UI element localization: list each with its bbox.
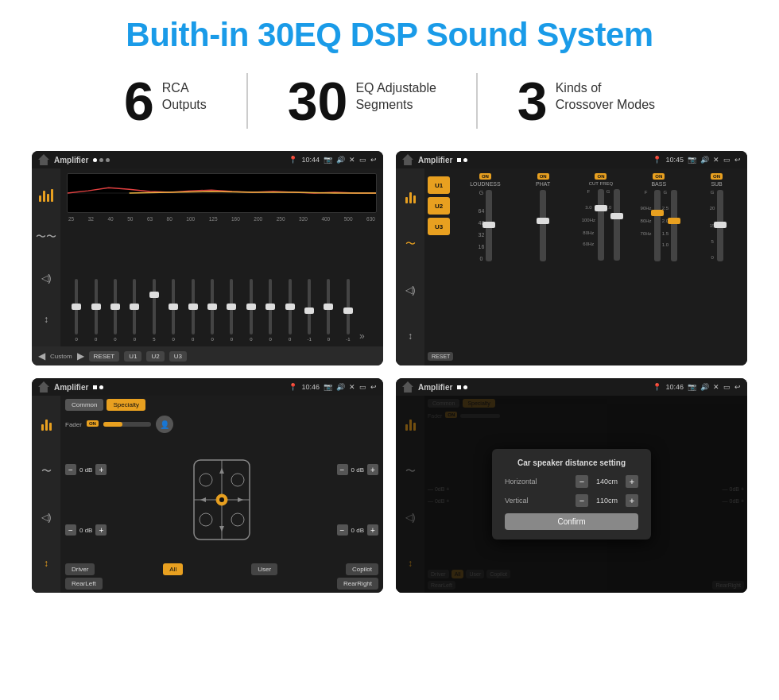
amp-wave-icon[interactable]: 〜 [401,235,419,253]
slider-6: 0 [184,279,200,342]
status-right-3: 📍 10:46 📷 🔊 ✕ ▭ ↩ [289,383,377,391]
stat-crossover: 3 Kinds of Crossover Modes [478,74,695,128]
vol-plus-tr[interactable]: + [367,464,378,475]
eq-bottom-bar: ◀ Custom ▶ RESET U1 U2 U3 [32,346,383,365]
eq-sliders: 0 0 0 0 [67,224,377,342]
stat-number-eq: 30 [288,74,348,128]
svg-point-8 [200,513,212,526]
battery-icon-4: ▭ [723,383,731,391]
eq-icon[interactable] [37,187,55,204]
xover-side-icons: 〜 ◁) ↕ [32,396,60,593]
cutfreq-on[interactable]: ON [595,173,607,180]
dialog-vertical-minus[interactable]: − [576,494,588,507]
bass-on[interactable]: ON [653,173,665,180]
home-icon-4 [402,381,413,393]
u2-preset[interactable]: U2 [428,197,450,215]
xover-speaker-icon[interactable]: ◁) [37,509,55,526]
fader-settings-icon[interactable]: 👤 [156,416,173,433]
dot-round [463,158,467,162]
xover-eq-icon[interactable] [37,416,55,434]
dialog-horizontal-plus[interactable]: + [626,475,638,488]
eq-side-icons: 〜〜 ◁) ↕ [32,168,60,346]
vol-minus-bl[interactable]: − [65,524,76,536]
volume-icon-2: 🔊 [700,156,709,164]
u1-preset[interactable]: U1 [428,176,450,194]
common-tab[interactable]: Common [65,399,103,411]
phat-on[interactable]: ON [537,173,549,180]
vol-plus-bl[interactable]: + [95,524,107,536]
amp-eq-icon[interactable] [401,189,419,207]
amp-reset-btn[interactable]: RESET [428,352,453,361]
dot-sq4 [457,385,461,389]
vol-minus-tr[interactable]: − [337,464,348,475]
sub-on[interactable]: ON [711,173,723,180]
svg-marker-10 [219,468,224,474]
slider-7: 0 [204,279,220,342]
slider-9: 0 [243,279,259,342]
dialog-overlay: Car speaker distance setting Horizontal … [396,396,747,593]
vol-minus-br[interactable]: − [337,524,348,536]
battery-icon-2: ▭ [723,156,731,164]
location-icon-2: 📍 [653,156,661,164]
slider-3: 0 [126,279,142,342]
dialog-horizontal-ctrl: − 140cm + [576,475,638,488]
wave-icon[interactable]: 〜〜 [37,228,55,246]
dialog-vertical-ctrl: − 110cm + [576,494,638,507]
fader-track[interactable] [103,422,151,427]
user-btn[interactable]: User [251,563,277,575]
dot-round4 [463,385,467,389]
eq-reset-btn[interactable]: RESET [89,351,120,362]
arrows-icon[interactable]: ↕ [37,311,55,328]
driver-btn[interactable]: Driver [65,563,95,575]
xover-wave-icon[interactable]: 〜 [37,462,55,480]
u3-preset[interactable]: U3 [428,218,450,235]
dialog-horizontal-minus[interactable]: − [576,475,588,488]
status-title-2: Amplifier [418,156,452,164]
signal-icon-3: ✕ [349,383,355,391]
amp-arrows-icon[interactable]: ↕ [401,327,419,345]
eq-u3-btn[interactable]: U3 [169,351,187,362]
home-icon-2 [402,154,413,165]
eq-back-btn[interactable]: ◀ [38,350,45,362]
copilot-btn[interactable]: Copilot [346,563,378,575]
eq-u1-btn[interactable]: U1 [124,351,141,362]
dialog-horizontal-label: Horizontal [505,478,537,485]
xover-arrows-icon[interactable]: ↕ [37,555,55,572]
specialty-tab[interactable]: Specialty [107,399,145,411]
xover-main-area: Common Specialty Fader ON 👤 [60,396,383,593]
status-bar-4: Amplifier 📍 10:46 📷 🔊 ✕ ▭ ↩ [396,378,747,396]
dialog-vertical-plus[interactable]: + [626,494,638,507]
stats-row: 6 RCA Outputs 30 EQ Adjustable Segments … [32,73,747,129]
eq-play-btn[interactable]: ▶ [77,350,84,362]
status-bar-2: Amplifier 📍 10:45 📷 🔊 ✕ ▭ ↩ [396,151,747,168]
back-icon-3: ↩ [370,383,377,391]
back-icon-1: ↩ [370,156,377,164]
camera-icon-1: 📷 [324,156,332,164]
dot1 [93,158,97,162]
fader-on-badge[interactable]: ON [87,420,99,427]
dot3 [106,158,110,162]
eq-graph [67,173,377,213]
volume-icon-4: 🔊 [700,383,709,391]
battery-icon-3: ▭ [359,383,366,391]
vol-plus-br[interactable]: + [367,524,378,536]
location-icon-4: 📍 [653,383,661,391]
speaker-icon[interactable]: ◁) [37,269,55,287]
slider-8: 0 [223,279,239,342]
status-bar-3: Amplifier 📍 10:46 📷 🔊 ✕ ▭ ↩ [32,378,383,396]
vol-plus-tl[interactable]: + [95,464,107,475]
dialog-confirm-button[interactable]: Confirm [505,513,638,530]
status-title-1: Amplifier [54,156,88,164]
loudness-on[interactable]: ON [479,173,491,180]
status-left-3: Amplifier [38,381,103,393]
rearright-btn[interactable]: RearRight [337,578,378,590]
amp-speaker-icon[interactable]: ◁) [401,281,419,299]
eq-u2-btn[interactable]: U2 [146,351,164,362]
status-left-4: Amplifier [402,381,467,393]
slider-0: 0 [68,279,84,342]
rearleft-btn[interactable]: RearLeft [65,578,103,590]
vol-minus-tl[interactable]: − [65,464,76,475]
all-btn[interactable]: All [163,563,183,575]
status-dots-3 [93,385,103,389]
status-dots-2 [457,158,467,162]
